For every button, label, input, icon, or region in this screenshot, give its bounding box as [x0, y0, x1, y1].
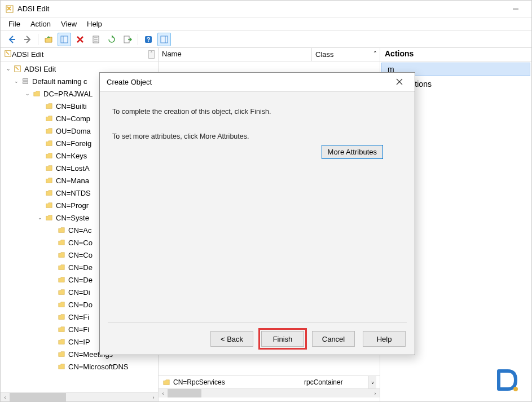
window-title: ADSI Edit — [17, 5, 49, 13]
folder-icon — [45, 188, 54, 197]
finish-button[interactable]: Finish — [261, 331, 304, 347]
chevron-up-icon[interactable]: ˆ — [374, 50, 376, 59]
folder-icon — [57, 288, 66, 297]
expander-open-icon[interactable]: ⌄ — [13, 78, 20, 85]
tree-item-label: CN=Co — [68, 251, 93, 259]
scroll-thumb[interactable] — [168, 389, 201, 397]
tree-item-label: CN=Builti — [56, 102, 87, 111]
help-button[interactable]: ? — [142, 33, 155, 46]
expander-none — [49, 301, 56, 308]
cancel-button[interactable]: Cancel — [312, 331, 355, 347]
expander-open-icon[interactable]: ⌄ — [5, 65, 12, 72]
svg-rect-16 — [23, 82, 28, 84]
expander-none — [49, 326, 56, 333]
up-folder-button[interactable] — [42, 33, 55, 46]
folder-icon — [57, 250, 66, 259]
delete-button[interactable] — [73, 33, 87, 46]
list-item[interactable]: CN=RpcServices rpcContainer v — [159, 376, 380, 388]
tree-item-label: CN=Keys — [56, 152, 87, 160]
scroll-thumb[interactable] — [10, 393, 66, 401]
tree-item-label: OU=Doma — [56, 127, 91, 135]
scroll-left-button[interactable]: ‹ — [1, 393, 10, 401]
expander-none — [49, 289, 56, 295]
expander-none — [37, 177, 43, 184]
scroll-right-button[interactable]: › — [371, 389, 380, 397]
tree-header-label: ADSI Edit — [12, 50, 43, 59]
folder-icon — [57, 275, 66, 284]
adsi-edit-icon — [4, 50, 12, 59]
horizontal-scrollbar[interactable]: ‹ › — [1, 392, 158, 401]
adsi-edit-icon — [5, 5, 14, 14]
tree-header[interactable]: ADSI Edit ˆ — [1, 48, 158, 61]
tree-item-label: CN=MicrosoftDNS — [68, 363, 129, 371]
forward-nav-button[interactable] — [21, 33, 34, 46]
properties-button[interactable] — [89, 33, 103, 46]
scroll-down-button[interactable]: v — [368, 376, 376, 388]
scroll-track[interactable] — [10, 393, 149, 401]
tree-item-label: CN=Do — [68, 301, 93, 309]
folder-icon — [45, 126, 54, 135]
menu-view[interactable]: View — [61, 20, 77, 28]
show-hide-tree-button[interactable] — [58, 33, 71, 46]
svg-rect-2 — [61, 36, 68, 43]
svg-rect-11 — [161, 36, 168, 43]
expander-none — [37, 127, 43, 134]
help-dialog-button[interactable]: Help — [363, 331, 406, 347]
expander-none — [49, 227, 56, 233]
expander-none — [49, 351, 56, 357]
scroll-right-button[interactable]: › — [149, 393, 158, 401]
folder-icon — [57, 238, 66, 247]
tree-item[interactable]: CN=MicrosoftDNS — [3, 360, 158, 373]
dialog-body: To complete the creation of this object,… — [100, 92, 415, 323]
tree-item-label: CN=Co — [68, 238, 93, 247]
expander-open-icon[interactable]: ⌄ — [37, 214, 43, 221]
expander-none — [49, 363, 56, 370]
column-name-header[interactable]: Name — [159, 48, 312, 61]
folder-icon — [57, 300, 66, 309]
chevron-up-icon[interactable]: ˆ — [148, 50, 155, 59]
back-button[interactable]: < Back — [210, 331, 253, 347]
dialog-text-more: To set more attributes, click More Attri… — [112, 132, 402, 140]
menu-file[interactable]: File — [8, 20, 20, 28]
folder-icon — [57, 337, 66, 346]
app-icon — [13, 64, 22, 73]
tree-item-label: CN=NTDS — [56, 189, 91, 197]
tree-item-label: DC=PRAJWAL — [43, 90, 93, 98]
refresh-button[interactable] — [105, 33, 118, 46]
expander-none — [49, 264, 56, 271]
close-button[interactable] — [391, 77, 408, 87]
folder-icon — [45, 164, 54, 173]
expander-none — [37, 165, 43, 171]
scroll-track[interactable] — [168, 389, 371, 397]
back-nav-button[interactable] — [5, 33, 19, 46]
dialog-buttons: < Back Finish Cancel Help — [100, 323, 415, 355]
minimize-button[interactable] — [504, 1, 527, 17]
show-actions-pane-button[interactable] — [157, 33, 171, 46]
folder-icon — [57, 312, 66, 321]
menu-help[interactable]: Help — [87, 20, 102, 28]
column-class-header[interactable]: Class ˆ — [312, 48, 380, 61]
more-attributes-button[interactable]: More Attributes — [322, 145, 383, 159]
tree-item-label: CN=De — [68, 263, 93, 272]
export-button[interactable] — [121, 33, 134, 46]
expander-open-icon[interactable]: ⌄ — [24, 90, 31, 97]
tree-item-label: CN=IP — [68, 338, 90, 346]
folder-icon — [57, 350, 66, 359]
folder-icon — [45, 151, 54, 160]
folder-icon — [162, 378, 171, 387]
expander-none — [49, 338, 56, 345]
folder-icon — [32, 89, 41, 98]
list-item-class: rpcContainer — [304, 378, 343, 386]
expander-none — [37, 140, 43, 147]
folder-icon — [45, 114, 54, 123]
tree-item-label: Default naming c — [32, 77, 87, 86]
horizontal-scrollbar[interactable]: ‹ › — [159, 388, 380, 397]
actions-header: Actions — [380, 48, 531, 61]
tree-item-label: CN=Fi — [68, 325, 89, 334]
svg-point-17 — [513, 387, 518, 391]
create-object-dialog: Create Object To complete the creation o… — [99, 72, 415, 355]
column-class-label: Class — [315, 50, 334, 59]
scroll-left-button[interactable]: ‹ — [159, 389, 168, 397]
folder-icon — [45, 201, 54, 210]
menu-action[interactable]: Action — [30, 20, 51, 28]
